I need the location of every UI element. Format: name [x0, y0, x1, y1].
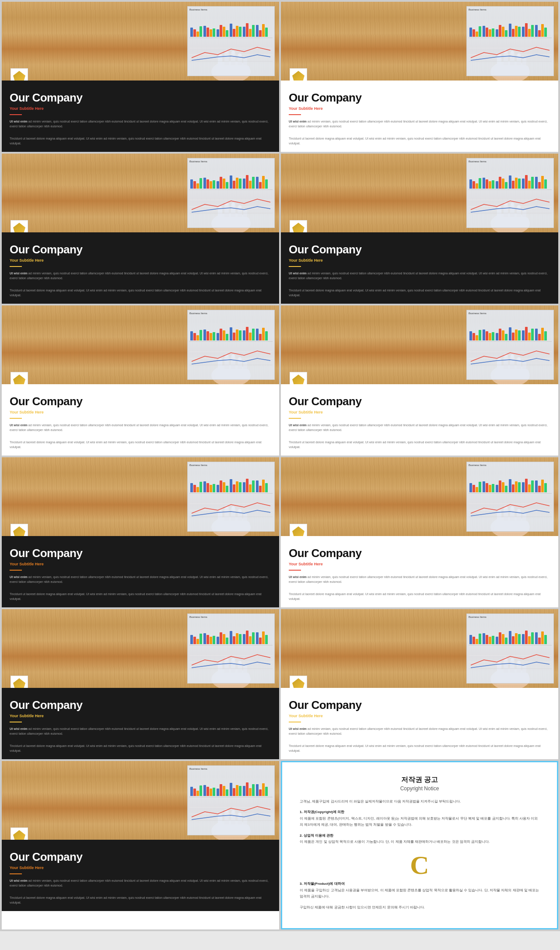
chart-title: Business Items: [189, 8, 273, 11]
chart-overlay: Business Items: [466, 613, 554, 684]
chart-overlay: Business Items: [187, 613, 275, 684]
subtitle-line-3: [10, 266, 22, 267]
logo-inner: [292, 526, 304, 536]
logo-inner: [13, 223, 25, 232]
slide-body1-8: Ut wisi enim ad minim veniam, quis nostr…: [289, 575, 551, 584]
slide-body2-8: Tincidunt ut laoreet dolore magna aliqua…: [289, 592, 551, 601]
slide-body1-5: Ut wisi enim ad minim veniam, quis nostr…: [10, 423, 272, 432]
copyright-section1: 1. 저작권(Copyright)에 의한 이 제품에 포함된 콘텐츠(이미지,…: [300, 809, 539, 828]
slide-subtitle-10: Your Subtitle Here: [289, 714, 551, 718]
body-bold-4: Ut wisi enim: [289, 272, 307, 275]
copyright-footer: 구입하신 제품에 대해 궁금한 사항이 있으시면 언제든지 문의해 주시기 바랍…: [300, 904, 539, 911]
slide-grid: Business Items: [0, 0, 560, 931]
body-bold-7: Ut wisi enim: [10, 575, 28, 578]
copyright-card: 저작권 공고 Copyright Notice 고객님, 제품구입에 감사드리며…: [281, 761, 558, 929]
subtitle-line-2: [289, 114, 301, 115]
slide-content-4: Our Company Your Subtitle Here Ut wisi e…: [281, 232, 558, 304]
slide-subtitle-2: Your Subtitle Here: [289, 106, 551, 111]
subtitle-line-1: [10, 114, 22, 115]
logo-inner: [292, 223, 304, 232]
slide-content-11: Our Company Your Subtitle Here Ut wisi e…: [2, 840, 279, 911]
chart-overlay: Business Items: [187, 6, 275, 76]
logo-badge: [290, 372, 307, 384]
company-title-1: Our Company: [10, 91, 272, 105]
company-title-7: Our Company: [10, 547, 272, 560]
slide-body2-9: Tincidunt ut laoreet dolore magna aliqua…: [10, 744, 272, 753]
slide-body1-6: Ut wisi enim ad minim veniam, quis nostr…: [289, 423, 551, 432]
slide-body2-6: Tincidunt ut laoreet dolore magna aliqua…: [289, 440, 551, 449]
slide-body2-7: Tincidunt ut laoreet dolore magna aliqua…: [10, 592, 272, 601]
slide-image-10: Business Items: [281, 609, 558, 688]
slide-body2-5: Tincidunt ut laoreet dolore magna aliqua…: [10, 440, 272, 449]
company-title-3: Our Company: [10, 243, 272, 256]
subtitle-line-11: [10, 873, 22, 874]
slide-body2-2: Tincidunt ut laoreet dolore magna aliqua…: [289, 137, 551, 146]
subtitle-line-8: [289, 570, 301, 571]
subtitle-line-6: [289, 418, 301, 419]
slide-card-2: Business Items: [281, 2, 558, 152]
slide-image-6: Business Items: [281, 305, 558, 384]
slide-content-3: Our Company Your Subtitle Here Ut wisi e…: [2, 232, 279, 304]
subtitle-line-10: [289, 722, 301, 722]
slide-body1-1: Ut wisi enim ad minim veniam, quis nostr…: [10, 119, 272, 129]
logo-badge: [10, 676, 28, 688]
chart-overlay: Business Items: [466, 6, 554, 76]
logo-badge: [10, 827, 28, 840]
slide-image-2: Business Items: [281, 2, 558, 81]
slide-body2-11: Tincidunt ut laoreet dolore magna aliqua…: [10, 896, 272, 905]
logo-inner: [292, 71, 304, 81]
slide-card-4: Business Items: [281, 154, 558, 304]
body-bold-3: Ut wisi enim: [10, 272, 28, 275]
chart-overlay: Business Items: [466, 310, 554, 380]
chart-title: Business Items: [469, 464, 552, 466]
chart-title: Business Items: [469, 616, 552, 618]
logo-inner: [13, 678, 25, 688]
copyright-content: 저작권 공고 Copyright Notice 고객님, 제품구입에 감사드리며…: [281, 761, 558, 929]
chart-overlay: Business Items: [187, 765, 275, 835]
chart-title: Business Items: [469, 8, 552, 11]
slide-body1-9: Ut wisi enim ad minim veniam, quis nostr…: [10, 727, 272, 736]
slide-image-7: Business Items: [2, 457, 279, 536]
logo-inner: [13, 526, 25, 536]
body-bold-10: Ut wisi enim: [289, 727, 307, 730]
logo-badge: [10, 524, 28, 536]
section2-num: 2. 상업적 이용에 관한: [300, 834, 333, 838]
slide-body1-2: Ut wisi enim ad minim veniam, quis nostr…: [289, 119, 551, 129]
company-title-5: Our Company: [10, 395, 272, 408]
slide-image-4: Business Items: [281, 154, 558, 232]
slide-card-1: Business Items: [2, 2, 279, 152]
company-title-6: Our Company: [289, 395, 551, 408]
chart-overlay: Business Items: [466, 158, 554, 228]
chart-title: Business Items: [469, 312, 552, 315]
chart-title: Business Items: [189, 768, 273, 770]
section1-num: 1. 저작권(Copyright)에 의한: [300, 810, 344, 814]
slide-content-1: Our Company Your Subtitle Here Ut wisi e…: [2, 81, 279, 152]
company-title-10: Our Company: [289, 698, 551, 712]
subtitle-line-4: [289, 266, 301, 267]
subtitle-line-7: [10, 570, 22, 571]
slide-content-7: Our Company Your Subtitle Here Ut wisi e…: [2, 536, 279, 607]
slide-subtitle-11: Your Subtitle Here: [10, 866, 272, 870]
logo-inner: [292, 678, 304, 688]
slide-body1-7: Ut wisi enim ad minim veniam, quis nostr…: [10, 575, 272, 584]
chart-title: Business Items: [189, 464, 273, 466]
logo-inner: [13, 375, 25, 384]
logo-inner: [292, 375, 304, 384]
chart-title: Business Items: [189, 616, 273, 618]
slide-card-6: Business Items: [281, 305, 558, 456]
slide-content-10: Our Company Your Subtitle Here Ut wisi e…: [281, 688, 558, 759]
logo-badge: [290, 676, 307, 688]
company-title-8: Our Company: [289, 547, 551, 560]
chart-title: Business Items: [189, 160, 273, 163]
logo-badge: [10, 220, 28, 232]
company-title-11: Our Company: [10, 850, 272, 864]
slide-subtitle-9: Your Subtitle Here: [10, 714, 272, 718]
slide-card-7: Business Items: [2, 457, 279, 607]
slide-subtitle-4: Your Subtitle Here: [289, 258, 551, 263]
copyright-logo-char: C: [410, 852, 429, 878]
subtitle-line-5: [10, 418, 22, 419]
logo-inner: [13, 830, 25, 840]
chart-overlay: Business Items: [466, 462, 554, 532]
copyright-section3: 3. 저작물(Product)에 대하여 이 제품을 구입하신 고객님은 사용권…: [300, 881, 539, 900]
slide-content-6: Our Company Your Subtitle Here Ut wisi e…: [281, 384, 558, 456]
